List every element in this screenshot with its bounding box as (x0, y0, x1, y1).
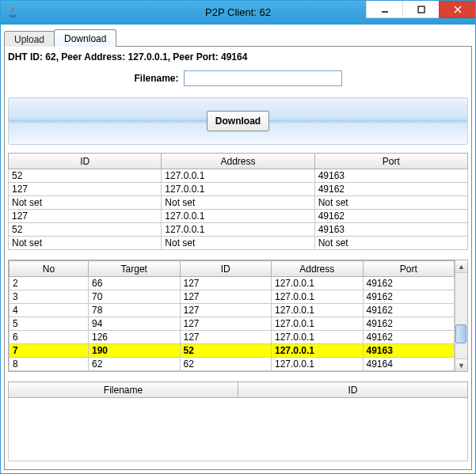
peers-table-pane: ID Address Port 52127.0.0.149163127127.0… (8, 153, 468, 250)
cell-address: Not set (162, 237, 314, 250)
table-row[interactable]: 127127.0.0.149162 (9, 183, 468, 196)
cell-address: Not set (162, 196, 314, 210)
scroll-thumb[interactable] (455, 324, 466, 343)
log-col-no[interactable]: No (10, 261, 89, 277)
files-col-filename[interactable]: Filename (9, 382, 238, 398)
cell-id: 127 (180, 290, 272, 304)
cell-address: 127.0.0.1 (162, 223, 314, 237)
cell-target: 190 (89, 344, 181, 358)
table-row[interactable]: 370127127.0.0.149162 (10, 290, 455, 304)
cell-address: 127.0.0.1 (272, 290, 364, 304)
cell-id: 127 (9, 210, 162, 223)
tab-download-content: DHT ID: 62, Peer Address: 127.0.0.1, Pee… (4, 46, 472, 470)
minimize-button[interactable] (366, 1, 402, 18)
cell-id: 52 (9, 223, 162, 237)
cell-port: Not set (314, 237, 467, 250)
cell-id: 62 (180, 358, 272, 371)
cell-id: 52 (9, 169, 162, 183)
cell-target: 66 (89, 277, 181, 290)
files-table-pane: Filename ID (8, 381, 468, 461)
download-button[interactable]: Download (207, 111, 269, 131)
log-col-port[interactable]: Port (363, 261, 455, 277)
cell-address: 127.0.0.1 (272, 344, 364, 358)
tab-upload[interactable]: Upload (4, 31, 55, 47)
table-row[interactable]: 86262127.0.0.149164 (10, 358, 455, 371)
table-row[interactable]: 127127.0.0.149162 (9, 210, 468, 223)
cell-id: 127 (180, 277, 272, 290)
cell-port: Not set (314, 196, 467, 210)
window-buttons (366, 1, 475, 18)
close-button[interactable] (439, 1, 475, 18)
log-col-target[interactable]: Target (89, 261, 181, 277)
download-panel: Download (8, 97, 468, 145)
cell-id: 127 (9, 183, 162, 196)
cell-port: 49162 (363, 304, 455, 317)
cell-target: 70 (89, 290, 181, 304)
cell-target: 126 (89, 331, 181, 344)
cell-target: 62 (89, 358, 181, 371)
filename-input[interactable] (184, 70, 342, 86)
table-row[interactable]: 478127127.0.0.149162 (10, 304, 455, 317)
cell-port: 49162 (363, 290, 455, 304)
peer-info: DHT ID: 62, Peer Address: 127.0.0.1, Pee… (8, 50, 468, 64)
table-row[interactable]: 52127.0.0.149163 (9, 169, 468, 183)
cell-no: 8 (10, 358, 89, 371)
cell-port: 49162 (363, 317, 455, 331)
cell-id: Not set (9, 237, 162, 250)
cell-address: 127.0.0.1 (272, 358, 364, 371)
cell-address: 127.0.0.1 (162, 169, 314, 183)
svg-rect-1 (418, 6, 425, 13)
log-scrollbar[interactable]: ▲ ▼ (455, 260, 467, 371)
table-row[interactable]: 52127.0.0.149163 (9, 223, 468, 237)
cell-no: 4 (10, 304, 89, 317)
cell-port: 49162 (314, 183, 467, 196)
cell-no: 5 (10, 317, 89, 331)
filename-row: Filename: (8, 69, 468, 93)
cell-id: 52 (180, 344, 272, 358)
tabstrip: Upload Download (4, 28, 472, 47)
table-row[interactable]: Not setNot setNot set (9, 237, 468, 250)
table-row[interactable]: Not setNot setNot set (9, 196, 468, 210)
cell-port: 49162 (363, 277, 455, 290)
filename-label: Filename: (134, 73, 178, 84)
cell-address: 127.0.0.1 (272, 331, 364, 344)
table-row[interactable]: 6126127127.0.0.149162 (10, 331, 455, 344)
log-table-pane: No Target ID Address Port 266127127.0.0.… (8, 260, 468, 372)
tab-download[interactable]: Download (54, 29, 116, 47)
java-icon (6, 6, 20, 20)
cell-no: 3 (10, 290, 89, 304)
files-table: Filename ID (8, 381, 468, 398)
log-col-id[interactable]: ID (180, 261, 272, 277)
cell-port: 49162 (363, 331, 455, 344)
cell-no: 2 (10, 277, 89, 290)
cell-port: 49162 (314, 210, 467, 223)
maximize-button[interactable] (402, 1, 439, 18)
scroll-up-icon[interactable]: ▲ (455, 260, 467, 273)
cell-id: Not set (9, 196, 162, 210)
table-row[interactable]: 594127127.0.0.149162 (10, 317, 455, 331)
cell-port: 49163 (363, 344, 455, 358)
files-col-id[interactable]: ID (238, 382, 468, 398)
cell-id: 127 (180, 331, 272, 344)
titlebar: P2P Client: 62 (1, 1, 475, 25)
cell-address: 127.0.0.1 (272, 277, 364, 290)
cell-target: 94 (89, 317, 181, 331)
app-window: P2P Client: 62 Upload Download DHT ID: 6… (0, 0, 476, 474)
table-row[interactable]: 266127127.0.0.149162 (10, 277, 455, 290)
cell-address: 127.0.0.1 (272, 317, 364, 331)
peers-col-address[interactable]: Address (162, 154, 314, 169)
cell-id: 127 (180, 304, 272, 317)
log-table: No Target ID Address Port 266127127.0.0.… (9, 260, 455, 371)
peers-col-id[interactable]: ID (9, 154, 162, 169)
cell-port: 49163 (314, 169, 467, 183)
cell-address: 127.0.0.1 (162, 210, 314, 223)
log-col-address[interactable]: Address (272, 261, 364, 277)
peers-table: ID Address Port 52127.0.0.149163127127.0… (8, 153, 468, 250)
table-row[interactable]: 719052127.0.0.149163 (10, 344, 455, 358)
scroll-down-icon[interactable]: ▼ (455, 358, 467, 371)
peers-col-port[interactable]: Port (314, 154, 467, 169)
cell-port: 49164 (363, 358, 455, 371)
files-body (8, 398, 468, 461)
client-area: Upload Download DHT ID: 62, Peer Address… (1, 25, 475, 473)
cell-target: 78 (89, 304, 181, 317)
